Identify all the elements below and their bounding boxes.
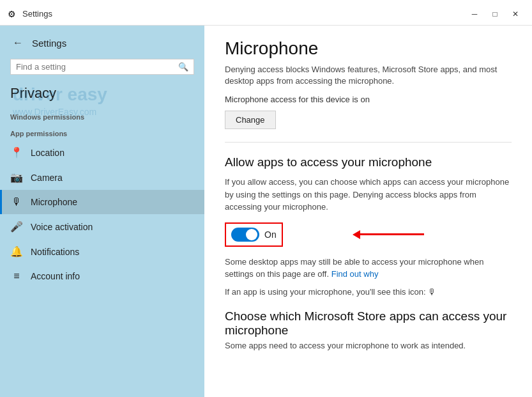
search-icon: 🔍 <box>178 62 188 72</box>
app-body: ← Settings 🔍 Privacy driver easy www.Dri… <box>0 26 532 397</box>
app-icon: ⚙ <box>8 9 16 19</box>
notifications-icon: 🔔 <box>10 245 23 258</box>
main-content: Microphone Denying access blocks Windows… <box>204 26 532 397</box>
note-text: Some desktop apps may still be able to a… <box>225 256 512 281</box>
find-out-link[interactable]: Find out why <box>331 269 379 279</box>
choose-subtitle: Some apps need to access your microphone… <box>225 340 512 352</box>
voice-activation-icon: 🎤 <box>10 221 23 233</box>
location-icon: 📍 <box>10 146 23 159</box>
toggle-knob <box>246 229 257 240</box>
nav-item-voice-activation[interactable]: 🎤 Voice activation <box>0 214 204 239</box>
back-button[interactable]: ← <box>10 35 26 51</box>
page-title: Microphone <box>225 38 512 59</box>
change-button[interactable]: Change <box>225 111 276 129</box>
arrow-annotation <box>353 230 424 239</box>
toggle-area: On <box>225 222 512 247</box>
microphone-toggle[interactable] <box>231 228 259 242</box>
nav-label-location: Location <box>31 148 65 158</box>
arrow-head <box>353 230 360 239</box>
nav-item-notifications[interactable]: 🔔 Notifications <box>0 239 204 264</box>
subtitle-text: Denying access blocks Windows features, … <box>225 64 512 87</box>
title-bar-left: ⚙ Settings <box>8 9 52 19</box>
title-bar: ⚙ Settings ─ □ ✕ <box>0 0 532 26</box>
microphone-icon: 🎙 <box>10 196 23 208</box>
sidebar-app-title: Settings <box>32 38 66 49</box>
sidebar: ← Settings 🔍 Privacy driver easy www.Dri… <box>0 26 204 397</box>
sidebar-top: ← Settings <box>0 26 204 56</box>
icon-note: If an app is using your microphone, you'… <box>225 287 512 297</box>
minimize-button[interactable]: ─ <box>466 6 483 22</box>
maximize-button[interactable]: □ <box>486 6 504 22</box>
account-info-icon: ≡ <box>10 270 23 282</box>
search-input[interactable] <box>16 62 178 72</box>
nav-item-account-info[interactable]: ≡ Account info <box>0 264 204 288</box>
nav-label-camera: Camera <box>31 173 63 183</box>
app-permissions-label: App permissions <box>0 123 204 140</box>
close-button[interactable]: ✕ <box>506 6 524 22</box>
arrow-line <box>360 233 424 235</box>
nav-label-microphone: Microphone <box>31 197 77 207</box>
toggle-wrapper: On <box>225 222 283 247</box>
nav-item-microphone[interactable]: 🎙 Microphone <box>0 190 204 214</box>
nav-item-location[interactable]: 📍 Location <box>0 140 204 165</box>
camera-icon: 📷 <box>10 171 23 183</box>
search-box[interactable]: 🔍 <box>10 59 194 75</box>
privacy-label: Privacy <box>0 82 204 107</box>
nav-item-camera[interactable]: 📷 Camera <box>0 165 204 190</box>
toggle-label: On <box>264 230 277 240</box>
nav-label-notifications: Notifications <box>31 247 79 257</box>
divider-1 <box>225 142 512 143</box>
allow-section-desc: If you allow access, you can choose whic… <box>225 176 512 214</box>
allow-section-title: Allow apps to access your microphone <box>225 155 512 169</box>
choose-title: Choose which Microsoft Store apps can ac… <box>225 309 512 338</box>
title-bar-title: Settings <box>22 9 52 19</box>
nav-label-account-info: Account info <box>31 271 80 281</box>
nav-label-voice-activation: Voice activation <box>31 222 93 232</box>
title-bar-controls: ─ □ ✕ <box>466 6 524 22</box>
device-access-text: Microphone access for this device is on <box>225 95 512 104</box>
windows-permissions-label: Windows permissions <box>0 107 204 123</box>
